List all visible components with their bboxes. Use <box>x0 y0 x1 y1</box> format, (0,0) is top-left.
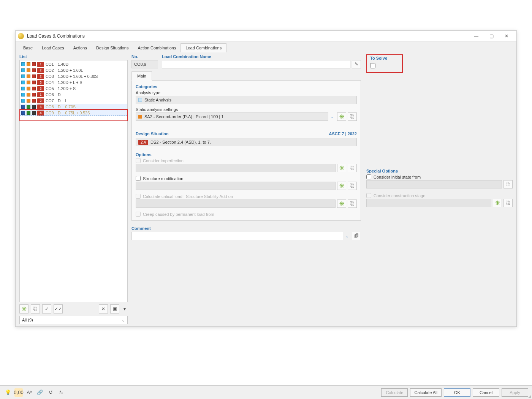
options-label: Options <box>136 152 357 157</box>
open-settings-icon[interactable]: ⿻ <box>348 112 357 121</box>
construction-stage-open-icon[interactable]: ⿻ <box>504 199 513 207</box>
analysis-type-value: Static Analysis <box>144 98 171 102</box>
name-field[interactable] <box>162 60 350 68</box>
static-settings-field[interactable]: SA2 - Second-order (P-Δ) | Picard | 100 … <box>136 112 328 121</box>
new-icon[interactable]: ✳️ <box>19 304 28 314</box>
minimize-button[interactable]: — <box>469 31 484 41</box>
color-swatch-icon <box>21 87 25 90</box>
list-item[interactable]: 3CO41.20D + L + S <box>20 79 127 86</box>
color-swatch-icon <box>27 105 30 109</box>
duplicate-icon[interactable]: ⿻ <box>31 304 40 314</box>
window-title: Load Cases & Combinations <box>27 33 469 39</box>
units-icon[interactable]: 0,00 <box>14 388 23 397</box>
critical-load-new-icon[interactable]: ✳️ <box>337 200 346 208</box>
analysis-type-field[interactable]: Static Analysis <box>136 96 357 104</box>
dialog-window: Load Cases & Combinations — ▢ ✕ Base Loa… <box>15 30 517 327</box>
filter-dropdown[interactable]: All (9) <box>19 316 128 324</box>
tosolve-checkbox[interactable] <box>370 63 375 68</box>
row-code: CO3 <box>46 74 56 79</box>
list-item[interactable]: 3CO8D + 0.70S <box>20 104 127 110</box>
row-text: D + 0.70S <box>58 104 76 109</box>
tab-load-combinations[interactable]: Load Combinations <box>180 43 226 52</box>
apply-button[interactable]: Apply <box>502 388 528 397</box>
design-standard: ASCE 7 | 2022 <box>329 131 357 136</box>
list-item[interactable]: 2CO21.20D + 1.60L <box>20 67 127 73</box>
left-panel: List 1CO11.40D2CO21.20D + 1.60L2CO31.20D… <box>19 54 128 324</box>
tab-load-cases[interactable]: Load Cases <box>37 44 69 52</box>
lightbulb-icon[interactable]: 💡 <box>4 388 12 397</box>
tab-design-situations[interactable]: Design Situations <box>92 44 133 52</box>
check-icon-1[interactable]: ✓ <box>42 304 51 314</box>
calculate-all-button[interactable]: Calculate All <box>410 388 442 397</box>
list-item[interactable]: 3CO51.20D + S <box>20 86 127 92</box>
cancel-button[interactable]: Cancel <box>473 388 499 397</box>
reset-icon[interactable]: ↺ <box>46 388 55 397</box>
combination-list[interactable]: 1CO11.40D2CO21.20D + 1.60L2CO31.20D + 1.… <box>19 60 128 302</box>
initial-state-field <box>366 180 502 188</box>
initial-state-open-icon[interactable]: ⿻ <box>504 180 513 188</box>
function-icon[interactable]: fₓ <box>57 388 65 397</box>
tab-main[interactable]: Main <box>131 71 152 81</box>
link-icon[interactable]: 🔗 <box>36 388 44 397</box>
checkbox-structure-modification[interactable]: Structure modification <box>136 176 357 181</box>
no-field[interactable]: CO8,9 <box>131 60 158 68</box>
checkbox-critical-load[interactable]: Calculate critical load | Structure Stab… <box>136 194 357 199</box>
font-color-icon[interactable]: Aᵃ <box>25 388 33 397</box>
row-badge: 2 <box>37 98 44 103</box>
layout-icon[interactable]: ▣ <box>110 304 119 314</box>
row-code: CO8 <box>46 104 56 109</box>
checkbox-consider-imperfection[interactable]: Consider imperfection <box>136 158 357 163</box>
imperfection-new-icon[interactable]: ✳️ <box>337 164 346 172</box>
imperfection-field <box>136 164 336 172</box>
color-swatch-icon <box>32 93 36 97</box>
row-code: CO7 <box>46 98 56 103</box>
highlight-box-tosolve: To Solve <box>366 54 403 73</box>
tab-action-combinations[interactable]: Action Combinations <box>133 44 180 52</box>
comment-field[interactable] <box>131 232 343 240</box>
chevron-down-icon[interactable]: ▾ <box>122 304 128 314</box>
chevron-down-icon[interactable]: ⌄ <box>345 234 349 239</box>
color-swatch-icon <box>27 62 30 66</box>
row-code: CO2 <box>46 68 56 73</box>
construction-stage-new-icon[interactable]: ✳️ <box>493 199 502 207</box>
title-bar: Load Cases & Combinations — ▢ ✕ <box>16 31 516 41</box>
row-code: CO1 <box>46 62 56 66</box>
color-swatch-icon <box>27 93 30 97</box>
calculate-button[interactable]: Calculate <box>381 388 408 397</box>
checkbox-creep[interactable]: Creep caused by permanent load from <box>136 212 357 217</box>
edit-name-icon[interactable]: ✎ <box>352 60 361 68</box>
color-swatch-icon <box>21 99 25 103</box>
checkbox-initial-state[interactable]: Consider initial state from <box>366 174 513 179</box>
comment-library-icon[interactable]: 🗐 <box>352 232 361 240</box>
checkbox-construction-stage[interactable]: Consider construction stage <box>366 193 513 198</box>
main-panel: Categories Analysis type Static Analysis… <box>131 80 361 221</box>
close-button[interactable]: ✕ <box>499 31 514 41</box>
row-text: 1.20D + 1.60L + 0.30S <box>58 74 98 79</box>
list-item[interactable]: 2CO7D + L <box>20 98 127 104</box>
chevron-down-icon[interactable]: ⌄ <box>331 114 334 119</box>
structure-mod-open-icon[interactable]: ⿻ <box>348 182 357 190</box>
row-code: CO5 <box>46 86 56 91</box>
color-swatch-icon <box>32 68 36 72</box>
filter-value: All (9) <box>22 318 33 322</box>
resize-grip-icon[interactable]: ◢ <box>528 394 531 398</box>
list-item[interactable]: 2CO31.20D + 1.60L + 0.30S <box>20 73 127 79</box>
imperfection-open-icon[interactable]: ⿻ <box>348 164 357 172</box>
delete-icon[interactable]: ✕ <box>99 304 108 314</box>
row-badge: 3 <box>37 80 44 85</box>
name-label: Load Combination Name <box>162 54 361 59</box>
design-situation-field[interactable]: 2.4 DS2 - Section 2.4 (ASD), 1. to 7. <box>136 138 357 146</box>
list-item[interactable]: 4CO9D + 0.75L + 0.52S <box>20 110 127 116</box>
list-item[interactable]: 1CO11.40D <box>20 61 127 67</box>
color-swatch-icon <box>32 74 36 78</box>
tab-base[interactable]: Base <box>19 44 37 52</box>
critical-load-open-icon[interactable]: ⿻ <box>348 200 357 208</box>
analysis-type-label: Analysis type <box>136 90 357 95</box>
list-item[interactable]: 1CO6D <box>20 92 127 98</box>
ok-button[interactable]: OK <box>444 388 470 397</box>
structure-mod-new-icon[interactable]: ✳️ <box>337 182 346 190</box>
tab-actions[interactable]: Actions <box>69 44 92 52</box>
maximize-button[interactable]: ▢ <box>484 31 499 41</box>
check-icon-2[interactable]: ✓✓ <box>54 304 63 314</box>
new-settings-icon[interactable]: ✳️ <box>337 112 346 121</box>
